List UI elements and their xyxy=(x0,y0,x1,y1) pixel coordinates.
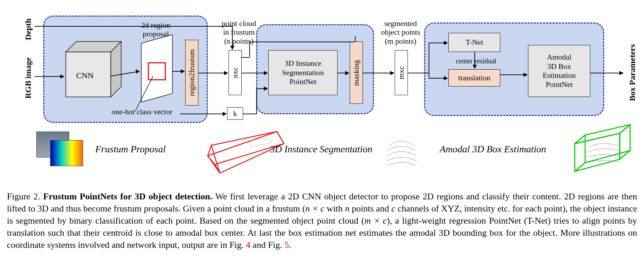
caption-math-4: m × c xyxy=(364,216,387,226)
caption-title: Frustum PointNets for 3D object detectio… xyxy=(43,191,213,201)
arrow-k-into-seg xyxy=(256,88,268,89)
caption-body-7: . xyxy=(289,240,292,250)
cnn-block-label: CNN xyxy=(76,71,94,81)
k-block: k xyxy=(227,107,243,120)
arrow-mxc-out xyxy=(408,73,429,73)
svg-line-17 xyxy=(585,151,630,163)
estimation-stage-title: Amodal 3D Box Estimation xyxy=(440,144,546,155)
red-bbox-icon xyxy=(148,62,166,80)
segmented-label: segmented object points (m points) xyxy=(375,19,427,45)
translation-block: translation xyxy=(448,69,500,87)
frustum-stage-title: Frustum Proposal xyxy=(95,144,166,155)
one-hot-label: one-hot class vector xyxy=(104,107,180,116)
amodal-box-net-block: Amodal 3D Box Estimation PointNet xyxy=(528,45,590,97)
depth-thumb-icon xyxy=(50,140,83,166)
arrow-over-seg xyxy=(249,42,355,42)
figure-caption: Figure 2. Frustum PointNets for 3D objec… xyxy=(7,190,637,251)
nxc-block: nxc xyxy=(229,50,242,95)
arrow-r2f-to-nxc xyxy=(198,73,228,73)
svg-line-15 xyxy=(575,163,585,171)
region-proposal-label: 2d region proposal xyxy=(135,21,177,38)
tnet-block: T-Net xyxy=(448,33,500,52)
depth-input-label: Depth xyxy=(24,14,33,45)
arrow-into-tnet xyxy=(429,43,448,43)
svg-marker-8 xyxy=(208,145,220,173)
arrow-onehot-to-k xyxy=(180,114,226,114)
region2frustum-block: region2frustum xyxy=(185,40,198,106)
arrow-nxc-up xyxy=(249,42,250,57)
architecture-diagram: Depth RGB image Box Parameters xyxy=(7,7,637,187)
caption-math-1: n × c xyxy=(305,204,324,214)
segmentation-stage-title: 3D Instance Segmentation xyxy=(270,144,373,155)
arrow-depth xyxy=(35,26,232,27)
arrow-seg-to-mask xyxy=(338,73,349,73)
caption-math-2: n xyxy=(345,204,349,214)
arrow-rgb-to-cnn xyxy=(35,76,64,77)
arrow-plane-to-r2f xyxy=(172,71,185,72)
mxc-label: mxc xyxy=(397,66,406,79)
arrow-nxc-up-start xyxy=(242,57,249,58)
region2frustum-label: region2frustum xyxy=(187,49,196,96)
arrow-to-output xyxy=(590,73,623,73)
rgb-input-label: RGB image xyxy=(24,52,33,104)
caption-math-3: c xyxy=(391,204,395,214)
arrow-k-up xyxy=(256,88,257,114)
caption-body-6: and Fig. xyxy=(250,240,284,250)
arrow-trans-to-box xyxy=(500,74,527,75)
svg-marker-14 xyxy=(620,125,630,159)
arrow-into-mask-down-pre xyxy=(355,36,356,42)
caption-fig-label: Figure 2. xyxy=(7,191,40,201)
arrow-nxc-to-seg xyxy=(242,73,268,73)
k-label: k xyxy=(233,109,237,118)
nxc-label: nxc xyxy=(231,67,240,78)
arrow-depth-down xyxy=(232,26,233,50)
svg-line-11 xyxy=(277,132,284,144)
caption-body-3: points and xyxy=(349,204,391,214)
arrow-mask-to-mxc xyxy=(363,73,394,73)
output-label: Box Parameters xyxy=(628,35,637,111)
arrow-tnet-to-translation xyxy=(474,52,475,69)
masking-label: masking xyxy=(352,60,361,86)
center-residual-label: center residual xyxy=(450,57,502,65)
masking-block: masking xyxy=(350,42,363,104)
mxc-block: mxc xyxy=(395,50,408,95)
caption-body-2: with xyxy=(324,204,345,214)
svg-line-9 xyxy=(211,132,277,145)
svg-marker-13 xyxy=(575,125,630,144)
seg-pointnet-block: 3D Instance Segmentation PointNet xyxy=(268,50,338,95)
svg-marker-12 xyxy=(575,133,620,171)
caption-ref-5: 5 xyxy=(285,240,289,250)
arrow-up-to-tnet xyxy=(429,43,429,73)
arrow-k-right xyxy=(243,114,257,114)
caption-ref-4: 4 xyxy=(246,240,250,250)
figure: Depth RGB image Box Parameters xyxy=(7,7,637,251)
arrow-split xyxy=(429,73,429,79)
arrow-into-translation xyxy=(429,78,448,79)
